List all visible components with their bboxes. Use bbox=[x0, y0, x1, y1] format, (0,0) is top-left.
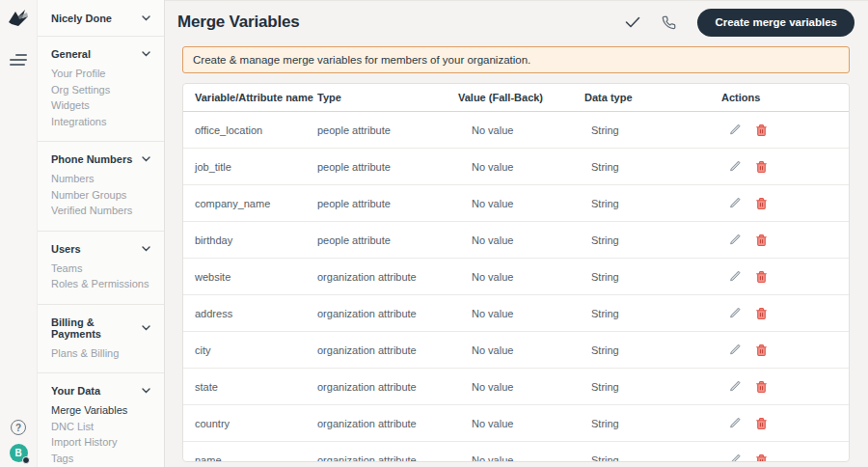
table-row-job-title: job_titlepeople attributeNo valueString bbox=[183, 149, 849, 185]
variable-name-cell: office_location bbox=[183, 124, 317, 136]
sidebar-item-dnc-list[interactable]: DNC List bbox=[51, 419, 150, 435]
sidebar-item-plans-billing[interactable]: Plans & Billing bbox=[51, 345, 150, 362]
sidebar-item-import-history[interactable]: Import History bbox=[51, 434, 150, 451]
section-title-label: General bbox=[51, 48, 91, 60]
sidebar-sections: GeneralYour ProfileOrg SettingsWidgetsIn… bbox=[38, 37, 164, 467]
edit-icon[interactable] bbox=[729, 343, 742, 356]
create-merge-variables-button[interactable]: Create merge variables bbox=[697, 9, 854, 37]
variable-name-cell: country bbox=[183, 418, 317, 429]
variable-name-cell: website bbox=[183, 271, 317, 283]
sidebar-item-roles-permissions[interactable]: Roles & Permissions bbox=[51, 276, 150, 292]
value-cell: No value bbox=[458, 454, 584, 463]
value-cell: No value bbox=[458, 234, 584, 246]
value-cell: No value bbox=[458, 381, 584, 393]
sidebar-section-title-phone-numbers[interactable]: Phone Numbers bbox=[51, 153, 150, 165]
app-window: ? B Nicely Done GeneralYour ProfileOrg S… bbox=[0, 0, 868, 467]
edit-icon[interactable] bbox=[729, 234, 742, 246]
help-icon[interactable]: ? bbox=[11, 420, 26, 435]
data-type-cell: String bbox=[584, 124, 721, 136]
sidebar-section-title-users[interactable]: Users bbox=[51, 243, 150, 255]
org-name: Nicely Done bbox=[51, 13, 112, 24]
sidebar-item-integrations[interactable]: Integrations bbox=[51, 114, 150, 130]
trash-icon[interactable] bbox=[755, 124, 768, 137]
variable-name-cell: address bbox=[183, 308, 317, 319]
column-header-name: Variable/Attribute name bbox=[183, 92, 317, 103]
value-cell: No value bbox=[458, 308, 584, 319]
chevron-down-icon bbox=[142, 325, 150, 331]
variable-name-cell: city bbox=[183, 344, 317, 356]
sidebar-section-title-your-data[interactable]: Your Data bbox=[51, 385, 150, 397]
sidebar-item-verified-numbers[interactable]: Verified Numbers bbox=[51, 203, 150, 219]
edit-icon[interactable] bbox=[729, 307, 742, 319]
value-cell: No value bbox=[458, 271, 584, 283]
data-type-cell: String bbox=[584, 381, 721, 393]
avatar-status-dot bbox=[22, 456, 30, 464]
actions-cell bbox=[721, 307, 849, 320]
chevron-down-icon bbox=[142, 388, 150, 394]
trash-icon[interactable] bbox=[755, 307, 768, 320]
sidebar-item-tags[interactable]: Tags bbox=[51, 451, 150, 467]
edit-icon[interactable] bbox=[729, 197, 742, 209]
page-content: Create & manage merge variables for memb… bbox=[165, 43, 868, 462]
data-type-cell: String bbox=[584, 271, 721, 283]
type-cell: people attribute bbox=[317, 234, 458, 246]
data-type-cell: String bbox=[584, 418, 721, 429]
actions-cell bbox=[721, 343, 849, 357]
edit-icon[interactable] bbox=[729, 453, 742, 462]
trash-icon[interactable] bbox=[755, 234, 768, 247]
settings-sidebar: Nicely Done GeneralYour ProfileOrg Setti… bbox=[37, 0, 165, 467]
chevron-down-icon bbox=[142, 51, 150, 57]
variable-name-cell: state bbox=[183, 381, 317, 393]
avatar-initial: B bbox=[14, 448, 21, 458]
user-avatar[interactable]: B bbox=[10, 444, 28, 462]
column-header-type: Type bbox=[317, 92, 458, 103]
table-row-address: addressorganization attributeNo valueStr… bbox=[183, 295, 849, 332]
variable-name-cell: name bbox=[183, 454, 317, 463]
trash-icon[interactable] bbox=[755, 270, 768, 284]
type-cell: people attribute bbox=[317, 198, 458, 209]
section-title-label: Phone Numbers bbox=[51, 153, 132, 165]
info-banner-text: Create & manage merge variables for memb… bbox=[193, 54, 530, 66]
app-logo-icon[interactable] bbox=[6, 8, 31, 33]
header-actions: Create merge variables bbox=[625, 9, 854, 37]
sidebar-item-teams[interactable]: Teams bbox=[51, 261, 150, 277]
check-icon[interactable] bbox=[625, 16, 640, 28]
edit-icon[interactable] bbox=[729, 417, 742, 429]
sidebar-section-billing-payments: Billing & PaymentsPlans & Billing bbox=[38, 305, 164, 374]
org-switcher[interactable]: Nicely Done bbox=[38, 0, 164, 37]
sidebar-section-general: GeneralYour ProfileOrg SettingsWidgetsIn… bbox=[38, 37, 164, 142]
actions-cell bbox=[721, 197, 849, 210]
type-cell: people attribute bbox=[317, 161, 458, 173]
trash-icon[interactable] bbox=[755, 453, 768, 463]
table-row-state: stateorganization attributeNo valueStrin… bbox=[183, 369, 849, 405]
phone-icon[interactable] bbox=[662, 15, 676, 30]
trash-icon[interactable] bbox=[755, 380, 768, 394]
menu-icon[interactable] bbox=[10, 54, 27, 69]
edit-icon[interactable] bbox=[729, 160, 742, 173]
value-cell: No value bbox=[458, 124, 584, 136]
chevron-down-icon bbox=[142, 156, 150, 162]
table-row-company-name: company_namepeople attributeNo valueStri… bbox=[183, 185, 849, 222]
trash-icon[interactable] bbox=[755, 160, 768, 174]
sidebar-item-number-groups[interactable]: Number Groups bbox=[51, 187, 150, 204]
merge-variables-table: Variable/Attribute name Type Value (Fall… bbox=[182, 83, 850, 462]
trash-icon[interactable] bbox=[755, 343, 768, 357]
main-area: Merge Variables Create merge variables C… bbox=[165, 0, 868, 467]
sidebar-item-numbers[interactable]: Numbers bbox=[51, 171, 150, 187]
edit-icon[interactable] bbox=[729, 380, 742, 393]
sidebar-item-merge-variables[interactable]: Merge Variables bbox=[51, 402, 150, 419]
trash-icon[interactable] bbox=[755, 197, 768, 210]
sidebar-section-title-billing-payments[interactable]: Billing & Payments bbox=[51, 316, 150, 340]
sidebar-item-org-settings[interactable]: Org Settings bbox=[51, 82, 150, 98]
column-header-datatype: Data type bbox=[584, 92, 721, 103]
sidebar-item-widgets[interactable]: Widgets bbox=[51, 97, 150, 114]
edit-icon[interactable] bbox=[729, 270, 742, 283]
sidebar-section-title-general[interactable]: General bbox=[51, 48, 150, 60]
edit-icon[interactable] bbox=[729, 124, 742, 136]
trash-icon[interactable] bbox=[755, 417, 768, 430]
type-cell: people attribute bbox=[317, 124, 458, 136]
table-row-birthday: birthdaypeople attributeNo valueString bbox=[183, 222, 849, 259]
data-type-cell: String bbox=[584, 234, 721, 246]
sidebar-item-your-profile[interactable]: Your Profile bbox=[51, 66, 150, 82]
variable-name-cell: birthday bbox=[183, 234, 317, 246]
